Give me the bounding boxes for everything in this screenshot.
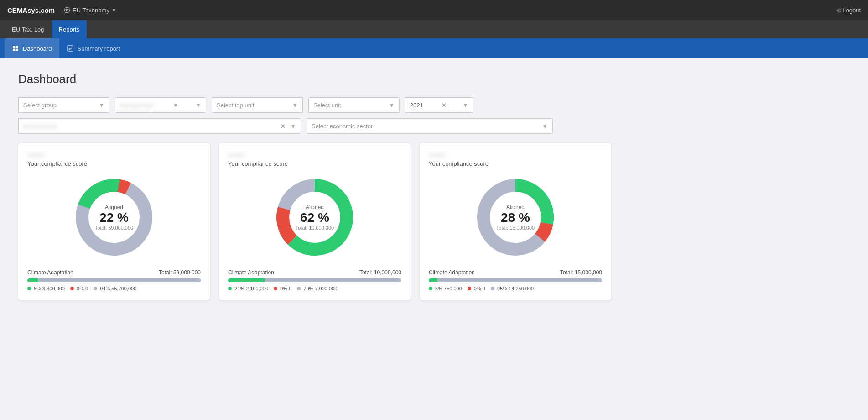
- card-3-green-stat: 5% 750,000: [429, 286, 462, 291]
- select-economic-sector-dropdown[interactable]: Select economic sector ▼: [307, 118, 553, 134]
- cards-container: ●●●●● Your compliance score Aligned 22 %: [18, 143, 850, 300]
- chevron-down-icon: ▼: [195, 102, 201, 109]
- card-1-donut-center: Aligned 22 % Total: 59,000,000: [95, 204, 133, 231]
- tab-eu-tax-log[interactable]: EU Tax. Log: [5, 20, 52, 38]
- card-1-compliance-label: Your compliance score: [27, 160, 201, 167]
- chevron-down-icon: ▼: [389, 102, 395, 109]
- card-1-bottom-label: Climate Adaptation: [27, 269, 73, 276]
- card-3-donut-center: Aligned 28 % Total: 15,000,000: [496, 204, 535, 231]
- card-2-red-stat: 0% 0: [274, 286, 291, 291]
- card-3-gray-bar: [437, 278, 602, 282]
- card-2-donut-center: Aligned 62 % Total: 10,000,000: [296, 204, 334, 231]
- chevron-down-icon: ▼: [292, 102, 298, 109]
- top-nav-left: CEMAsys.com EU Taxonomy ▼: [7, 6, 116, 14]
- card-2-gray-bar: [265, 278, 401, 282]
- chevron-down-icon: ▼: [542, 123, 548, 130]
- card-1-gray-bar: [38, 278, 201, 282]
- card-3-total: Total: 15,000,000: [496, 225, 535, 231]
- card-2-stats: 21% 2,100,000 0% 0 79% 7,900,000: [228, 286, 401, 291]
- card-2-entity: ●●●●●: [228, 152, 401, 158]
- select-blurred-2[interactable]: ●●●●●●● ✕ ▼: [18, 118, 301, 134]
- card-2: ●●●●● Your compliance score Aligned 62 %: [219, 143, 411, 300]
- select-blurred-1[interactable]: ●●●●●●● ✕ ▼: [115, 97, 206, 113]
- chevron-down-icon: ▼: [112, 8, 116, 13]
- module-label: EU Taxonomy: [73, 7, 109, 14]
- filter-row-2: ●●●●●●● ✕ ▼ Select economic sector ▼: [18, 118, 850, 134]
- logout-button[interactable]: ⎋ Logout: [837, 7, 861, 14]
- nav-summary-report-label: Summary report: [78, 45, 120, 52]
- card-1-chart: Aligned 22 % Total: 59,000,000: [27, 172, 201, 263]
- card-2-green-stat: 21% 2,100,000: [228, 286, 268, 291]
- select-group-label: Select group: [23, 102, 57, 109]
- card-3-compliance-label: Your compliance score: [429, 160, 602, 167]
- chevron-down-icon: ▼: [290, 123, 296, 130]
- card-2-bottom-total: Total: 10,000,000: [359, 269, 401, 276]
- card-1-gray-stat: 94% 55,700,000: [94, 286, 136, 291]
- card-1-bottom-row: Climate Adaptation Total: 59,000,000: [27, 269, 201, 276]
- report-icon: [67, 45, 74, 52]
- card-2-aligned-label: Aligned: [296, 204, 334, 210]
- chevron-down-icon: ▼: [463, 102, 468, 109]
- card-1: ●●●●● Your compliance score Aligned 22 %: [18, 143, 210, 300]
- card-1-progress-bar: [27, 278, 201, 282]
- card-2-compliance-label: Your compliance score: [228, 160, 401, 167]
- svg-rect-1: [13, 46, 15, 48]
- clear-icon-1[interactable]: ✕: [173, 102, 178, 109]
- svg-rect-4: [16, 49, 18, 51]
- select-unit-label: Select unit: [313, 102, 341, 109]
- card-1-total: Total: 59,000,000: [95, 225, 133, 231]
- svg-rect-3: [13, 49, 15, 51]
- svg-rect-2: [16, 46, 18, 48]
- card-3-bottom-row: Climate Adaptation Total: 15,000,000: [429, 269, 602, 276]
- select-year-dropdown[interactable]: 2021 ✕ ▼: [405, 97, 473, 113]
- nav-dashboard[interactable]: Dashboard: [5, 38, 59, 58]
- select-top-unit-label: Select top unit: [217, 102, 254, 109]
- tab-reports[interactable]: Reports: [52, 20, 87, 38]
- card-2-total: Total: 10,000,000: [296, 225, 334, 231]
- clear-year-icon[interactable]: ✕: [442, 102, 447, 109]
- card-3-bottom-label: Climate Adaptation: [429, 269, 475, 276]
- select-group-dropdown[interactable]: Select group ▼: [18, 97, 109, 113]
- select-economic-sector-label: Select economic sector: [312, 123, 373, 130]
- select-unit-dropdown[interactable]: Select unit ▼: [308, 97, 400, 113]
- card-3-aligned-label: Aligned: [496, 204, 535, 210]
- select-year-value: 2021: [410, 102, 423, 109]
- card-3-stats: 5% 750,000 0% 0 95% 14,250,000: [429, 286, 602, 291]
- third-nav: Dashboard Summary report: [0, 38, 868, 58]
- card-1-bottom-total: Total: 59,000,000: [159, 269, 201, 276]
- blurred-value-1: ●●●●●●●: [120, 102, 155, 109]
- nav-dashboard-label: Dashboard: [23, 45, 52, 52]
- card-1-red-stat: 0% 0: [70, 286, 88, 291]
- card-2-bottom-row: Climate Adaptation Total: 10,000,000: [228, 269, 401, 276]
- page-title: Dashboard: [18, 72, 850, 86]
- svg-point-0: [66, 9, 68, 11]
- card-2-progress-bar: [228, 278, 401, 282]
- card-3-progress-bar: [429, 278, 602, 282]
- card-3-gray-stat: 95% 14,250,000: [491, 286, 534, 291]
- card-3-percentage: 28 %: [496, 210, 535, 225]
- card-1-green-stat: 6% 3,300,000: [27, 286, 65, 291]
- card-2-chart: Aligned 62 % Total: 10,000,000: [228, 172, 401, 263]
- card-3-bottom-total: Total: 15,000,000: [560, 269, 602, 276]
- top-nav: CEMAsys.com EU Taxonomy ▼ ⎋ Logout: [0, 0, 868, 20]
- nav-summary-report[interactable]: Summary report: [59, 38, 127, 58]
- card-1-percentage: 22 %: [95, 210, 133, 225]
- card-1-green-bar: [27, 278, 38, 282]
- filter-row-1: Select group ▼ ●●●●●●● ✕ ▼ Select top un…: [18, 97, 850, 113]
- card-2-percentage: 62 %: [296, 210, 334, 225]
- module-selector[interactable]: EU Taxonomy ▼: [64, 7, 116, 14]
- settings-icon: [64, 7, 70, 13]
- brand-logo: CEMAsys.com: [7, 6, 55, 14]
- main-content: Dashboard Select group ▼ ●●●●●●● ✕ ▼ Sel…: [0, 58, 868, 314]
- card-3-green-bar: [429, 278, 437, 282]
- select-top-unit-dropdown[interactable]: Select top unit ▼: [212, 97, 303, 113]
- card-2-gray-stat: 79% 7,900,000: [297, 286, 337, 291]
- card-3-chart: Aligned 28 % Total: 15,000,000: [429, 172, 602, 263]
- card-2-bottom-label: Climate Adaptation: [228, 269, 274, 276]
- card-1-entity: ●●●●●: [27, 152, 201, 158]
- dashboard-icon: [12, 45, 19, 52]
- clear-icon-2[interactable]: ✕: [281, 123, 286, 130]
- card-3: ●●●●● Your compliance score Aligned 28 %: [420, 143, 611, 300]
- blurred-value-2: ●●●●●●●: [23, 123, 58, 130]
- card-3-entity: ●●●●●: [429, 152, 602, 158]
